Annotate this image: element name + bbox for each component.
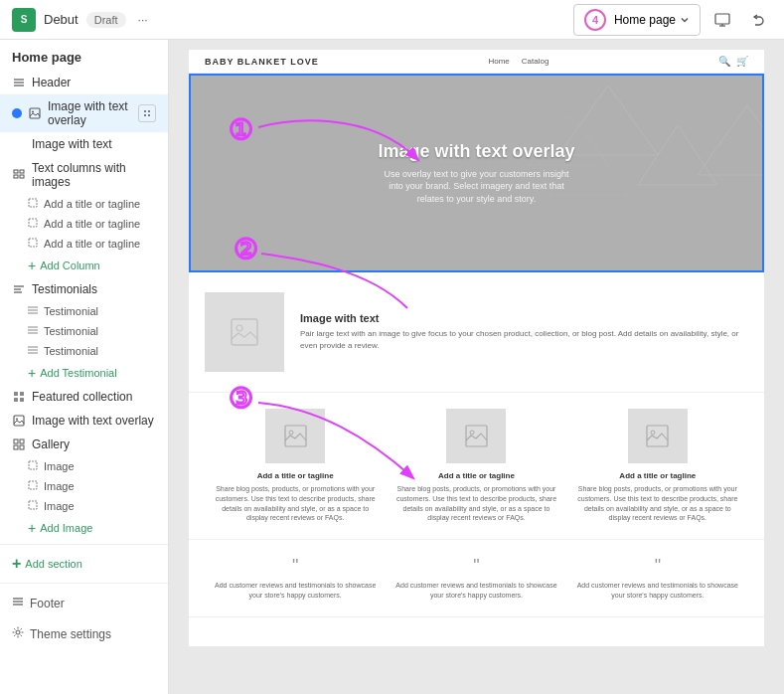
crop-img-3 [28, 500, 38, 512]
svg-rect-31 [14, 392, 18, 396]
item-action-button[interactable] [138, 104, 156, 122]
preview-store-header: BABY BLANKET LOVE Home Catalog 🔍 🛒 [189, 50, 764, 74]
sub-tagline-1[interactable]: Add a title or tagline [28, 194, 168, 214]
testimonials-sub: Testimonial Testimonial Testimonial + Ad… [0, 301, 168, 385]
image-text-body: Pair large text with an image to give fo… [300, 328, 748, 352]
svg-point-9 [148, 110, 150, 112]
quote-mark-1: " [292, 556, 298, 577]
testimonial-item-1: " Add customer reviews and testimonials … [205, 556, 386, 601]
preview-hero-section[interactable]: Image with text overlay Use overlay text… [189, 74, 764, 272]
testimonial-3[interactable]: Testimonial [28, 341, 168, 361]
add-column-button[interactable]: + Add Column [28, 254, 168, 277]
topbar: S Debut Draft ··· 4 Home page [0, 0, 784, 40]
col-2-title: Add a title or tagline [438, 471, 515, 480]
image-text-title: Image with text [300, 312, 748, 324]
sidebar-item-featured-collection[interactable]: Featured collection [0, 385, 168, 409]
shopify-logo: S [12, 8, 36, 32]
image-text-label: Image with text [32, 137, 156, 151]
svg-rect-18 [29, 239, 37, 247]
svg-point-10 [144, 114, 146, 116]
image-icon [28, 106, 42, 120]
col-img-2 [446, 409, 506, 463]
svg-rect-15 [20, 175, 24, 178]
sidebar-page-title: Home page [0, 40, 168, 71]
sidebar-item-text-columns[interactable]: Text columns with images [0, 156, 168, 194]
undo-button[interactable] [744, 6, 772, 34]
header-label: Header [32, 76, 156, 89]
sub-tagline-2[interactable]: Add a title or tagline [28, 214, 168, 234]
sidebar-item-image-overlay[interactable]: Image with text overlay [0, 94, 168, 132]
add-testimonial-button[interactable]: + Add Testimonial [28, 361, 168, 385]
nav-catalog: Catalog [522, 57, 549, 66]
lines-icon-2 [28, 325, 38, 337]
desktop-view-button[interactable] [708, 6, 736, 34]
quote-mark-3: " [655, 556, 661, 577]
add-image-button[interactable]: + Add Image [28, 516, 168, 540]
sidebar-item-header[interactable]: Header [0, 71, 168, 94]
lines-icon-3 [28, 345, 38, 357]
gallery-sub: Image Image Image + Add Image [0, 456, 168, 540]
theme-settings-button[interactable]: Theme settings [0, 618, 168, 649]
image-placeholder-1 [205, 292, 284, 372]
svg-point-65 [651, 431, 655, 434]
list-icon [12, 168, 26, 182]
preview-header-icons: 🔍 🛒 [718, 56, 748, 67]
preview-store-name: BABY BLANKET LOVE [205, 57, 319, 67]
testimonials-label: Testimonials [32, 282, 156, 296]
sub-tagline-3[interactable]: Add a title or tagline [28, 234, 168, 254]
gallery-img-3[interactable]: Image [28, 496, 168, 516]
add-section-button[interactable]: + Add section [0, 549, 168, 579]
column-3: Add a title or tagline Share blog posts,… [567, 409, 748, 523]
svg-point-63 [470, 431, 474, 434]
sidebar-item-footer[interactable]: Footer [0, 588, 168, 618]
preview-image-with-text[interactable]: Image with text Pair large text with an … [189, 272, 764, 393]
crop-icon-2 [28, 218, 38, 230]
preview-testimonials[interactable]: " Add customer reviews and testimonials … [189, 540, 764, 617]
active-indicator [12, 108, 22, 118]
main-content: Home page Header Image with text overlay… [0, 40, 784, 694]
more-options-button[interactable]: ··· [134, 9, 152, 31]
testimonial-text-2: Add customer reviews and testimonials to… [393, 581, 558, 601]
col-1-body: Share blog posts, products, or promotion… [213, 484, 378, 523]
chevron-down-icon [680, 15, 690, 25]
svg-point-8 [144, 110, 146, 112]
sidebar-item-image-text[interactable]: Image with text [0, 132, 168, 156]
preview-text-columns[interactable]: Add a title or tagline Share blog posts,… [189, 393, 764, 540]
sidebar-item-testimonials[interactable]: Testimonials [0, 277, 168, 301]
col-image-icon-2 [464, 424, 489, 448]
svg-rect-13 [20, 170, 24, 173]
divider [0, 544, 168, 545]
col-image-icon-1 [283, 424, 308, 448]
column-2: Add a title or tagline Share blog posts,… [386, 409, 566, 523]
svg-point-61 [289, 431, 293, 434]
sidebar-item-gallery[interactable]: Gallery [0, 433, 168, 456]
hero-subtitle: Use overlay text to give your customers … [378, 168, 576, 206]
crop-icon-1 [28, 198, 38, 210]
svg-rect-14 [14, 175, 18, 178]
canvas-area[interactable]: ① ② ③ BABY BLANKET LOVE H [169, 40, 784, 694]
svg-point-36 [16, 419, 18, 421]
testimonial-item-3: " Add customer reviews and testimonials … [567, 556, 748, 601]
svg-rect-16 [29, 199, 37, 207]
testimonial-1[interactable]: Testimonial [28, 301, 168, 321]
gallery-img-1[interactable]: Image [28, 456, 168, 476]
gallery-img-2[interactable]: Image [28, 476, 168, 496]
crop-icon-3 [28, 238, 38, 250]
svg-rect-40 [20, 445, 24, 449]
svg-rect-12 [14, 170, 18, 173]
monitor-icon [714, 12, 730, 28]
svg-rect-43 [29, 501, 37, 509]
page-dropdown[interactable]: 4 Home page [573, 4, 701, 36]
col-1-title: Add a title or tagline [257, 471, 334, 480]
col-2-body: Share blog posts, products, or promotion… [393, 484, 558, 523]
svg-rect-41 [29, 461, 37, 469]
crop-img-2 [28, 480, 38, 492]
col-img-1 [265, 409, 325, 463]
page-dropdown-label: Home page [614, 13, 676, 27]
gear-icon [12, 626, 24, 641]
svg-marker-52 [698, 105, 762, 175]
testimonial-2[interactable]: Testimonial [28, 321, 168, 341]
svg-rect-38 [20, 439, 24, 443]
svg-rect-17 [29, 219, 37, 227]
sidebar-item-image-overlay-2[interactable]: Image with text overlay [0, 409, 168, 433]
